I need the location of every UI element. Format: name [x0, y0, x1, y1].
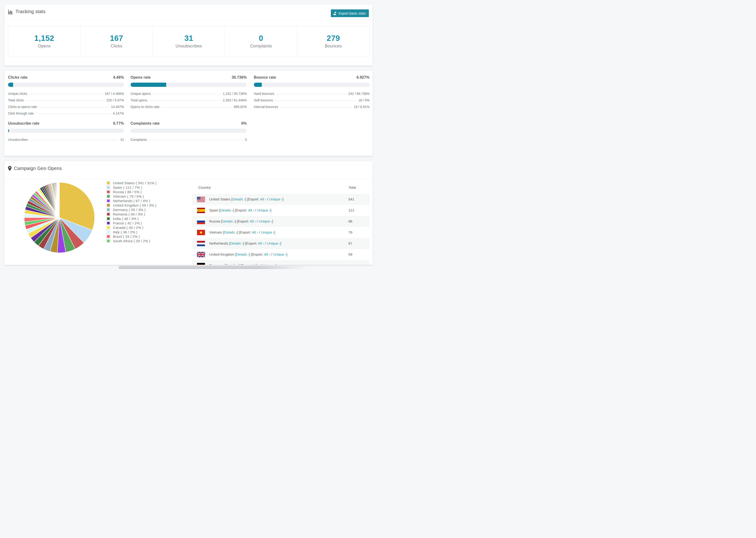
stat-value: 167: [110, 34, 123, 43]
detail-value: 689.82%: [234, 105, 247, 109]
rate-value: 0%: [241, 121, 247, 126]
export-unique-link[interactable]: Unique ›: [262, 263, 276, 265]
detail-value: 167 / 4.456%: [104, 92, 124, 95]
country-total: 59: [349, 252, 352, 256]
legend-swatch: [106, 221, 110, 225]
legend-item: Canada ( 40 / 2% ): [106, 225, 157, 230]
legend-item: France ( 42 / 2% ): [106, 221, 157, 225]
rate-detail-row: Complaints 0: [131, 138, 247, 144]
detail-label: Unique opens: [131, 92, 151, 95]
rate-progress-fill: [131, 82, 166, 87]
details-link[interactable]: Details ›: [224, 230, 237, 234]
export-basic-stats-button[interactable]: Export basic stats: [331, 9, 369, 17]
legend-item: Netherlands ( 67 / 4% ): [106, 198, 157, 203]
export-unique-link[interactable]: Unique ›: [269, 197, 283, 201]
legend-swatch: [106, 186, 110, 189]
legend-label: South Africa ( 29 / 2% ): [113, 239, 150, 243]
detail-label: Unique clicks: [8, 92, 27, 95]
country-flag-icon: [197, 230, 205, 235]
legend-label: India ( 46 / 3% ): [113, 217, 138, 221]
export-all-link[interactable]: All ›: [252, 230, 258, 234]
legend-item: Italy ( 36 / 2% ): [106, 230, 157, 234]
rate-section: Clicks rate 4.46% Unique clicks 167 / 4.…: [8, 75, 124, 118]
country-name: United States: [209, 197, 230, 201]
stat-box: 31 Unsubscribes: [153, 26, 225, 56]
details-link[interactable]: Details ›: [226, 263, 239, 265]
dotted-leader: [149, 100, 221, 101]
country-total: 121: [349, 208, 354, 212]
campaign-geo-opens-card: Campaign Geo Opens United States ( 541 /…: [4, 161, 373, 265]
legend-swatch: [106, 239, 110, 243]
detail-value: 2,303 / 61.446%: [223, 98, 247, 102]
rate-title: Complaints rate: [131, 121, 160, 126]
stat-label: Clicks: [111, 44, 122, 49]
stat-value: 279: [327, 34, 340, 43]
rate-detail-row: Unique opens 1,152 / 30.736%: [131, 92, 247, 98]
legend-swatch: [106, 212, 110, 216]
export-unique-link[interactable]: Unique ›: [257, 208, 270, 212]
detail-label: Internal bounces: [254, 105, 278, 109]
rate-value: 30.736%: [232, 75, 247, 80]
detail-value: 242 / 86.738%: [349, 92, 369, 95]
legend-item: United States ( 541 / 31% ): [106, 181, 157, 185]
country-table-row: Germany [Details ›] [Export: All › / Uni…: [192, 260, 369, 265]
rate-detail-row: Unique clicks 167 / 4.456%: [8, 92, 124, 98]
export-all-link[interactable]: All ›: [248, 208, 254, 212]
export-all-link[interactable]: All ›: [253, 263, 259, 265]
stat-value: 31: [184, 34, 193, 43]
export-unique-link[interactable]: Unique ›: [273, 252, 287, 256]
export-prefix: Export:: [246, 241, 257, 245]
rate-detail-row: Click through rate 4.147%: [8, 112, 124, 118]
export-prefix: Export:: [236, 208, 247, 212]
rate-progress-bar: [131, 82, 247, 87]
geo-opens-table: Country Total United States [Details ›] …: [192, 181, 369, 265]
export-all-link[interactable]: All ›: [260, 197, 266, 201]
tracking-stats-header: Tracking stats: [8, 9, 45, 14]
geo-opens-pie-chart: [24, 182, 95, 253]
stats-summary-row: 1,152 Opens 167 Clicks 31 Unsubscribes 0…: [8, 26, 369, 57]
country-table-row: United Kingdom [Details ›] [Export: All …: [192, 249, 369, 260]
rate-value: 4.46%: [113, 75, 124, 80]
detail-value: 4.147%: [113, 112, 124, 115]
export-unique-link[interactable]: Unique ›: [261, 230, 274, 234]
rate-value: 0.77%: [113, 121, 124, 126]
detail-label: Total clicks: [8, 98, 24, 102]
legend-item: Spain ( 121 / 7% ): [106, 185, 157, 190]
export-button-label: Export basic stats: [339, 12, 366, 15]
export-all-link[interactable]: All ›: [250, 219, 256, 223]
detail-label: Clicks to opens rate: [8, 105, 37, 109]
legend-swatch: [106, 190, 110, 194]
details-link[interactable]: Details ›: [230, 241, 243, 245]
export-all-link[interactable]: All ›: [264, 252, 270, 256]
detail-label: Unsubscribes: [8, 138, 28, 141]
legend-swatch: [106, 194, 110, 198]
stat-box: 167 Clicks: [80, 26, 153, 56]
export-unique-link[interactable]: Unique ›: [267, 241, 280, 245]
details-link[interactable]: Details ›: [222, 219, 235, 223]
detail-value: 1,152 / 30.736%: [223, 92, 247, 95]
details-link[interactable]: Details ›: [220, 208, 233, 212]
rate-progress-fill: [254, 82, 262, 87]
rate-section: Opens rate 30.736% Unique opens 1,152 / …: [131, 75, 247, 112]
export-unique-link[interactable]: Unique ›: [259, 219, 272, 223]
country-total: 86: [349, 219, 352, 223]
export-all-link[interactable]: All ›: [258, 241, 264, 245]
horizontal-scrollbar[interactable]: [119, 266, 305, 269]
legend-swatch: [106, 203, 110, 207]
details-link[interactable]: Details ›: [232, 197, 245, 201]
details-link[interactable]: Details ›: [236, 252, 249, 256]
geo-header: Campaign Geo Opens: [8, 166, 62, 171]
legend-swatch: [106, 181, 110, 185]
legend-label: Russia ( 86 / 5% ): [113, 190, 142, 194]
dotted-leader: [39, 107, 109, 107]
legend-swatch: [106, 208, 110, 212]
export-prefix: Export:: [242, 263, 253, 265]
stat-label: Opens: [38, 44, 51, 49]
campaign-stats-page: Tracking stats Export basic stats 1,152 …: [0, 0, 378, 269]
legend-label: Germany ( 55 / 3% ): [113, 208, 145, 212]
header-divider: [4, 20, 373, 20]
dotted-leader: [26, 100, 105, 101]
detail-label: Opens to clicks rate: [131, 105, 159, 109]
rates-card: Clicks rate 4.46% Unique clicks 167 / 4.…: [4, 71, 373, 156]
country-total: 541: [349, 197, 354, 201]
